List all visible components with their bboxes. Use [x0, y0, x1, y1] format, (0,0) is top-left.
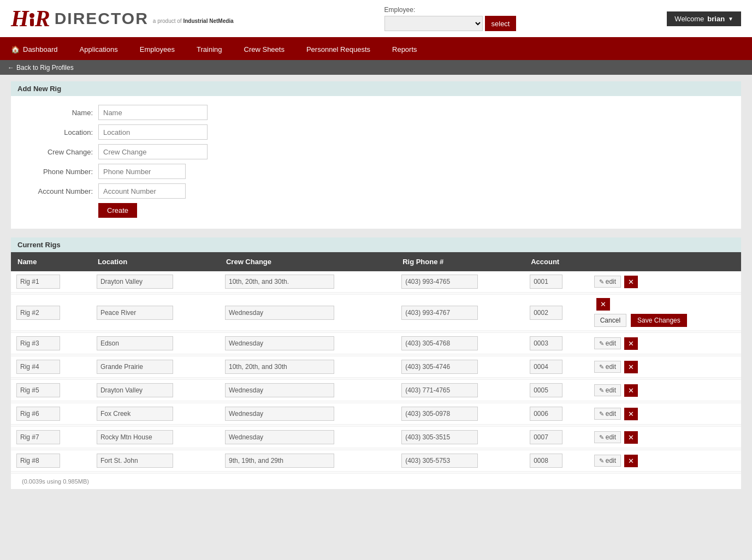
rig-location-input[interactable]	[97, 336, 173, 350]
rig-delete-button[interactable]: ✕	[624, 384, 638, 397]
rig-location-input[interactable]	[97, 407, 173, 421]
rig-phone-input[interactable]	[401, 454, 478, 468]
rig-location-input[interactable]	[97, 383, 173, 397]
rig-name-edit-input[interactable]	[16, 306, 60, 320]
phone-input[interactable]	[98, 164, 186, 179]
rig-name-input[interactable]	[16, 275, 60, 289]
rig-delete-button[interactable]: ✕	[624, 337, 638, 350]
create-button[interactable]: Create	[98, 203, 137, 218]
rig-phone-input[interactable]	[401, 430, 478, 444]
rig-crew-input[interactable]	[225, 275, 334, 289]
rig-crew-input[interactable]	[225, 430, 334, 444]
rig-name-input[interactable]	[16, 430, 60, 444]
rig-crew-edit-input[interactable]	[225, 306, 334, 320]
rig-location-input[interactable]	[97, 454, 173, 468]
nav-employees[interactable]: Employees	[129, 39, 186, 60]
home-icon: 🏠	[11, 45, 20, 53]
nav-applications[interactable]: Applications	[69, 39, 129, 60]
rig-account-input[interactable]	[530, 360, 562, 374]
employee-select-area: Employee: select	[384, 6, 517, 31]
current-rigs-section-header: Current Rigs	[11, 237, 741, 252]
name-input[interactable]	[98, 105, 208, 120]
table-row: ✎ edit ✕	[11, 450, 741, 472]
actions-cell: ✎ edit ✕	[589, 380, 741, 401]
col-account: Account	[524, 252, 589, 271]
rig-phone-edit-input[interactable]	[401, 306, 478, 320]
save-changes-button[interactable]: Save Changes	[631, 314, 687, 327]
actions-cell: ✎ edit ✕	[589, 333, 741, 354]
rig-account-input[interactable]	[530, 383, 562, 397]
logo: H R DIRECTOR	[11, 5, 149, 32]
rig-account-input[interactable]	[530, 430, 562, 444]
rig-name-input[interactable]	[16, 383, 60, 397]
rig-account-input[interactable]	[530, 336, 562, 350]
rig-delete-button[interactable]: ✕	[624, 276, 638, 288]
rig-edit-button[interactable]: ✎ edit	[594, 276, 621, 288]
rig-account-input[interactable]	[530, 454, 562, 468]
nav-reports[interactable]: Reports	[381, 39, 428, 60]
table-row: ✎ edit ✕	[11, 403, 741, 425]
actions-cell: ✎ edit ✕	[589, 271, 741, 293]
edit-label: edit	[606, 339, 616, 347]
rig-account-edit-input[interactable]	[530, 306, 562, 320]
nav-personnel-requests[interactable]: Personnel Requests	[295, 39, 381, 60]
col-location: Location	[91, 252, 220, 271]
nav-training[interactable]: Training	[186, 39, 233, 60]
welcome-button[interactable]: Welcome brian ▼	[667, 11, 741, 26]
rig-crew-input[interactable]	[225, 336, 334, 350]
rig-delete-button[interactable]: ✕	[624, 455, 638, 467]
rig-phone-input[interactable]	[401, 407, 478, 421]
nav-dashboard-label: Dashboard	[23, 45, 58, 53]
table-row: ✎ edit ✕	[11, 356, 741, 378]
col-name: Name	[11, 252, 91, 271]
crew-change-input[interactable]	[98, 144, 208, 159]
edit-icon: ✎	[599, 364, 604, 371]
rig-edit-button[interactable]: ✎ edit	[594, 384, 621, 396]
current-rigs-table-section: Name Location Crew Change Rig Phone # Ac…	[11, 252, 741, 474]
logo-h: H	[11, 5, 28, 32]
rig-edit-button[interactable]: ✎ edit	[594, 431, 621, 443]
breadcrumb-bar: Back to Rig Profiles	[0, 60, 752, 75]
rig-crew-input[interactable]	[225, 383, 334, 397]
rig-crew-input[interactable]	[225, 360, 334, 374]
rig-phone-input[interactable]	[401, 275, 478, 289]
rig-phone-input[interactable]	[401, 383, 478, 397]
account-input[interactable]	[98, 183, 186, 199]
rig-delete-button[interactable]: ✕	[624, 408, 638, 420]
rig-name-input[interactable]	[16, 454, 60, 468]
edit-icon: ✎	[599, 410, 604, 418]
logo-subtitle: a product of Industrial NetMedia	[153, 18, 234, 24]
rig-edit-button[interactable]: ✎ edit	[594, 361, 621, 373]
rig-crew-input[interactable]	[225, 454, 334, 468]
rig-edit-button[interactable]: ✎ edit	[594, 455, 621, 467]
rig-phone-input[interactable]	[401, 360, 478, 374]
edit-label: edit	[606, 457, 616, 464]
rig-name-input[interactable]	[16, 360, 60, 374]
rig-name-input[interactable]	[16, 407, 60, 421]
location-input[interactable]	[98, 124, 208, 140]
rig-delete-button[interactable]: ✕	[596, 298, 610, 311]
rig-location-input[interactable]	[97, 275, 173, 289]
employee-select[interactable]	[384, 16, 483, 31]
rig-phone-input[interactable]	[401, 336, 478, 350]
nav-crew-sheets[interactable]: Crew Sheets	[233, 39, 295, 60]
cancel-button[interactable]: Cancel	[594, 314, 626, 327]
edit-actions-cell: ✕ Cancel Save Changes	[589, 295, 741, 331]
nav-dashboard[interactable]: 🏠 Dashboard	[0, 39, 69, 60]
rig-location-edit-input[interactable]	[97, 306, 173, 320]
rig-location-input[interactable]	[97, 430, 173, 444]
rig-name-input[interactable]	[16, 336, 60, 350]
rig-account-input[interactable]	[530, 275, 562, 289]
header: H R DIRECTOR a product of Industrial Net…	[0, 0, 752, 39]
rig-edit-button[interactable]: ✎ edit	[594, 337, 621, 349]
breadcrumb-link[interactable]: Back to Rig Profiles	[8, 64, 74, 72]
rig-delete-button[interactable]: ✕	[624, 431, 638, 444]
select-button[interactable]: select	[485, 16, 517, 31]
rig-crew-input[interactable]	[225, 407, 334, 421]
nav-crew-sheets-label: Crew Sheets	[244, 45, 285, 53]
rig-delete-button[interactable]: ✕	[624, 361, 638, 373]
col-crew-change: Crew Change	[220, 252, 396, 271]
rig-location-input[interactable]	[97, 360, 173, 374]
rig-account-input[interactable]	[530, 407, 562, 421]
rig-edit-button[interactable]: ✎ edit	[594, 408, 621, 420]
